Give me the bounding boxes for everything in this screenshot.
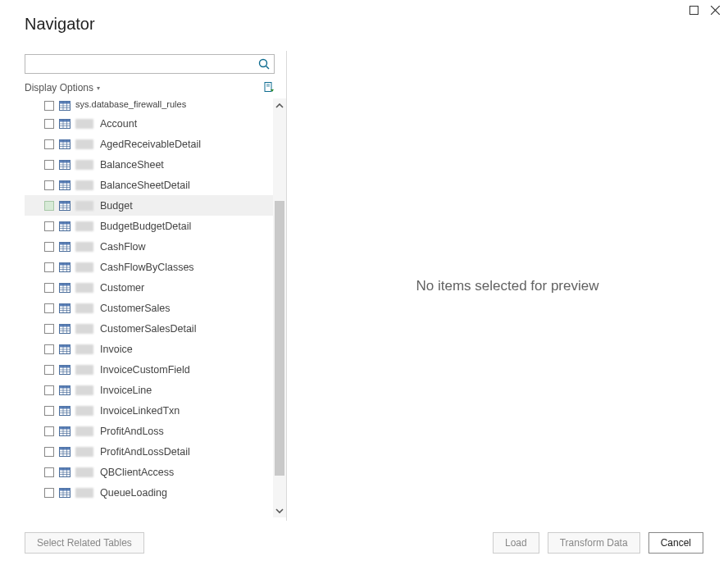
tree-item[interactable]: CustomerSales (25, 298, 273, 318)
checkbox[interactable] (44, 201, 54, 211)
checkbox[interactable] (44, 242, 54, 252)
tree-item[interactable]: InvoiceLine (25, 380, 273, 400)
table-icon (59, 405, 71, 417)
table-icon (59, 139, 71, 150)
vertical-scrollbar[interactable] (273, 98, 286, 517)
tree-container: sys.database_firewall_rules Account Aged… (25, 98, 286, 517)
checkbox[interactable] (44, 488, 54, 498)
tree-item-label: Customer (100, 282, 144, 294)
checkbox[interactable] (44, 262, 54, 272)
checkbox[interactable] (44, 365, 54, 375)
maximize-icon (689, 6, 698, 15)
tree-item[interactable]: BalanceSheet (25, 154, 273, 175)
scrollbar-thumb[interactable] (275, 201, 284, 476)
tree-item[interactable]: CashFlowByClasses (25, 257, 273, 277)
tree-item[interactable]: BudgetBudgetDetail (25, 216, 273, 236)
tree-item-label: BudgetBudgetDetail (100, 221, 191, 232)
tree-item-label: CashFlow (100, 241, 146, 253)
tree-item[interactable]: Budget (25, 195, 273, 216)
refresh-icon[interactable] (263, 82, 275, 93)
table-icon (59, 323, 71, 335)
redacted-prefix (75, 303, 93, 313)
tree-item-label: BalanceSheet (100, 159, 164, 171)
checkbox[interactable] (44, 426, 54, 436)
tree-item-label: InvoiceCustomField (100, 364, 190, 376)
scroll-down-button[interactable] (273, 503, 286, 517)
checkbox[interactable] (44, 101, 54, 111)
checkbox[interactable] (44, 406, 54, 416)
svg-rect-9 (60, 102, 71, 104)
svg-rect-105 (60, 426, 71, 429)
page-title: Navigator (25, 15, 95, 34)
checkbox[interactable] (44, 303, 54, 313)
svg-rect-27 (60, 160, 71, 162)
table-icon (59, 364, 71, 376)
maximize-button[interactable] (687, 3, 700, 16)
search-box[interactable] (25, 54, 275, 74)
preview-empty-message: No items selected for preview (416, 278, 599, 294)
tree-item[interactable]: Account (25, 113, 273, 134)
tree-item[interactable]: Invoice (25, 339, 273, 359)
redacted-prefix (75, 180, 93, 190)
checkbox[interactable] (44, 447, 54, 457)
table-icon (59, 159, 71, 171)
checkbox[interactable] (44, 139, 54, 149)
cancel-button[interactable]: Cancel (648, 532, 703, 554)
checkbox[interactable] (44, 119, 54, 129)
redacted-prefix (75, 242, 93, 252)
tree-item-label: Budget (100, 200, 133, 212)
tree-item[interactable]: AgedReceivableDetail (25, 134, 273, 154)
svg-rect-81 (60, 344, 71, 347)
tree-item-label: AgedReceivableDetail (100, 139, 201, 150)
load-button[interactable]: Load (493, 532, 539, 554)
svg-line-4 (266, 66, 270, 70)
select-related-tables-button[interactable]: Select Related Tables (25, 532, 144, 554)
close-button[interactable] (708, 3, 721, 16)
tree-item-label: BalanceSheetDetail (100, 180, 190, 191)
tree-item[interactable]: sys.database_firewall_rules (25, 98, 273, 113)
svg-rect-15 (60, 119, 71, 121)
checkbox[interactable] (44, 467, 54, 477)
redacted-prefix (75, 365, 93, 375)
transform-data-button[interactable]: Transform Data (548, 532, 640, 554)
tree-item-label: Invoice (100, 344, 133, 355)
tree-item[interactable]: QueueLoading (25, 482, 273, 503)
checkbox[interactable] (44, 221, 54, 231)
scroll-up-button[interactable] (273, 98, 286, 113)
checkbox[interactable] (44, 385, 54, 395)
table-icon (59, 487, 71, 499)
redacted-prefix (75, 119, 93, 129)
display-options-dropdown[interactable]: Display Options ▾ (25, 82, 100, 93)
checkbox[interactable] (44, 283, 54, 293)
content-area: Display Options ▾ sys.database_firewall_… (0, 51, 728, 521)
checkbox[interactable] (44, 180, 54, 190)
table-icon (59, 118, 71, 130)
checkbox[interactable] (44, 324, 54, 334)
tree-item[interactable]: QBClientAccess (25, 462, 273, 482)
search-input[interactable] (25, 55, 274, 73)
tree-item-label: CustomerSales (100, 303, 170, 314)
svg-rect-39 (60, 201, 71, 203)
tree-item[interactable]: InvoiceCustomField (25, 359, 273, 380)
table-icon (59, 467, 71, 478)
tree-item[interactable]: ProfitAndLoss (25, 421, 273, 441)
table-icon (59, 446, 71, 458)
tree-item-label: CashFlowByClasses (100, 262, 194, 273)
checkbox[interactable] (44, 344, 54, 354)
table-icon (59, 385, 71, 396)
redacted-prefix (75, 467, 93, 477)
tree-item[interactable]: BalanceSheetDetail (25, 175, 273, 195)
checkbox[interactable] (44, 160, 54, 170)
preview-pane: No items selected for preview (287, 51, 728, 521)
tree-item[interactable]: CashFlow (25, 236, 273, 257)
tree-item[interactable]: ProfitAndLossDetail (25, 441, 273, 462)
tree-item[interactable]: Customer (25, 277, 273, 298)
svg-rect-93 (60, 385, 71, 388)
redacted-prefix (75, 324, 93, 334)
tree-item[interactable]: InvoiceLinkedTxn (25, 400, 273, 421)
display-options-label: Display Options (25, 82, 93, 93)
tree-item[interactable]: CustomerSalesDetail (25, 318, 273, 339)
search-icon[interactable] (257, 57, 271, 71)
svg-rect-75 (60, 324, 71, 326)
tree-item-label: InvoiceLine (100, 385, 152, 396)
